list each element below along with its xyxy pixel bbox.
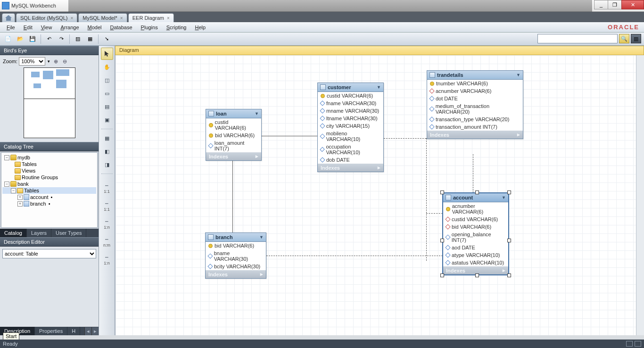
column-row[interactable]: bid VARCHAR(6)	[206, 132, 261, 139]
tab-history[interactable]: H	[67, 327, 80, 335]
menu-scripting[interactable]: Scripting	[163, 24, 190, 31]
column-row[interactable]: custid VARCHAR(6)	[443, 215, 508, 223]
search-options-button[interactable]: ▥	[631, 34, 641, 43]
tab-home[interactable]	[2, 13, 15, 22]
rel-branch-account[interactable]	[266, 256, 443, 256]
view-tool[interactable]: ◧	[101, 145, 113, 157]
tree-node-bank[interactable]: −bank	[2, 181, 96, 187]
er-table-customer[interactable]: customer▼ custid VARCHAR(6) fname VARCHA…	[317, 83, 384, 172]
menu-help[interactable]: Help	[191, 24, 210, 31]
close-button[interactable]: ✕	[621, 0, 644, 9]
column-row[interactable]: acnumber VARCHAR(6)	[443, 202, 508, 215]
menu-database[interactable]: Database	[106, 24, 136, 31]
chevron-down-icon[interactable]: ▼	[516, 73, 520, 77]
tab-properties[interactable]: Properties	[35, 327, 67, 335]
routine-tool[interactable]: ◨	[101, 158, 113, 171]
column-row[interactable]: aod DATE	[443, 244, 508, 251]
rel-customer-account-v[interactable]	[426, 138, 427, 261]
zoom-select[interactable]: 100%	[19, 57, 45, 66]
rel-customer-link[interactable]	[384, 138, 426, 139]
relation-1-n-tool[interactable]: ⎯	[101, 213, 113, 225]
tab-eer-diagram[interactable]: EER Diagram×	[128, 13, 174, 22]
tab-catalog[interactable]: Catalog	[0, 229, 27, 237]
column-row[interactable]: occupation VARCHAR(10)	[318, 143, 383, 156]
description-select[interactable]: account: Table	[2, 249, 96, 258]
pointer-tool[interactable]	[101, 48, 113, 60]
nav-right-icon[interactable]: ▸	[91, 327, 99, 335]
er-table-loan[interactable]: loan▼ custid VARCHAR(6) bid VARCHAR(6) l…	[206, 109, 262, 161]
nav-left-icon[interactable]: ◂	[84, 327, 91, 335]
column-row[interactable]: bcity VARCHAR(30)	[206, 263, 266, 270]
zoom-in-icon[interactable]: ⊕	[52, 58, 59, 65]
column-row[interactable]: atype VARCHAR(10)	[443, 251, 508, 259]
tree-node-bank-tables[interactable]: −Tables	[2, 187, 96, 194]
er-table-account[interactable]: account▼ acnumber VARCHAR(6) custid VARC…	[443, 193, 509, 275]
zoom-out-icon[interactable]: ⊖	[61, 58, 68, 65]
validate-button[interactable]: ▨	[73, 34, 83, 44]
indexes-section[interactable]: Indexes▸	[206, 270, 266, 278]
column-row[interactable]: city VARCHAR(15)	[318, 122, 383, 130]
column-row[interactable]: custid VARCHAR(6)	[206, 118, 261, 132]
menu-model[interactable]: Model	[84, 24, 106, 31]
redo-button[interactable]: ↷	[56, 34, 66, 44]
column-row[interactable]: dob DATE	[318, 156, 383, 164]
minimize-button[interactable]: _	[594, 0, 608, 9]
eraser-tool[interactable]: ◫	[101, 74, 113, 86]
search-input[interactable]	[537, 34, 618, 43]
catalog-tree[interactable]: −mydb Tables Views Routine Groups −bank …	[1, 152, 98, 228]
close-icon[interactable]: ×	[70, 16, 73, 21]
new-file-button[interactable]: 📄	[3, 34, 13, 44]
menu-plugins[interactable]: Plugins	[137, 24, 162, 31]
rel-loan-branch[interactable]	[232, 154, 233, 232]
tree-node-branch[interactable]: +branch•	[2, 200, 96, 207]
relation-1-n-nonid-tool[interactable]: ⎯	[101, 249, 113, 261]
relation-1-1-nonid-tool[interactable]: ⎯	[101, 177, 113, 189]
column-row[interactable]: bname VARCHAR(30)	[206, 249, 266, 263]
chevron-down-icon[interactable]: ▼	[502, 195, 506, 200]
grid-button[interactable]: ▦	[85, 34, 95, 44]
menu-view[interactable]: View	[37, 24, 56, 31]
hand-tool[interactable]: ✋	[101, 61, 113, 73]
status-icon[interactable]	[635, 341, 641, 347]
rel-customer-account[interactable]	[426, 213, 443, 214]
diagram-canvas[interactable]: loan▼ custid VARCHAR(6) bid VARCHAR(6) l…	[115, 55, 644, 335]
indexes-section[interactable]: Indexes▸	[427, 131, 523, 139]
column-row[interactable]: dot DATE	[427, 95, 523, 102]
column-row[interactable]: tnumber VARCHAR(6)	[427, 80, 523, 87]
column-row[interactable]: custid VARCHAR(6)	[318, 92, 383, 99]
column-row[interactable]: fname VARCHAR(30)	[318, 99, 383, 107]
indexes-section[interactable]: Indexes▸	[318, 164, 383, 172]
er-table-trandetails[interactable]: trandetails▼ tnumber VARCHAR(6) acnumber…	[427, 70, 523, 139]
tree-node-tables[interactable]: Tables	[2, 161, 96, 167]
chevron-down-icon[interactable]: ▼	[259, 235, 264, 240]
column-row[interactable]: loan_amount INT(7)	[206, 139, 261, 152]
er-table-branch[interactable]: branch▼ bid VARCHAR(6) bname VARCHAR(30)…	[205, 232, 266, 279]
menu-edit[interactable]: Edit	[20, 24, 36, 31]
save-button[interactable]: 💾	[27, 34, 38, 44]
close-icon[interactable]: ×	[167, 16, 170, 21]
column-row[interactable]: transaction_amount INT(7)	[427, 123, 523, 131]
layer-tool[interactable]: ▭	[101, 87, 113, 99]
undo-button[interactable]: ↶	[44, 34, 54, 44]
vertical-scrollbar[interactable]	[636, 55, 644, 335]
relation-n-m-tool[interactable]: ⎯	[101, 231, 113, 243]
chevron-down-icon[interactable]: ▼	[377, 85, 381, 90]
open-file-button[interactable]: 📂	[15, 34, 25, 44]
tab-sql-editor[interactable]: SQL Editor (MySQL)×	[16, 13, 77, 22]
close-icon[interactable]: ×	[120, 16, 123, 21]
column-row[interactable]: bid VARCHAR(6)	[206, 242, 266, 249]
rel-loan-customer[interactable]	[262, 136, 317, 136]
column-row[interactable]: opening_balance INT(7)	[443, 231, 508, 244]
tab-layers[interactable]: Layers	[27, 229, 51, 237]
relation-1-1-id-tool[interactable]: ⎯	[101, 195, 113, 207]
column-row[interactable]: bid VARCHAR(6)	[443, 223, 508, 231]
export-button[interactable]: ➘	[101, 34, 112, 44]
column-row[interactable]: medium_of_transaction VARCHAR(20)	[427, 102, 523, 116]
column-row[interactable]: mname VARCHAR(30)	[318, 107, 383, 115]
tree-node-mydb[interactable]: −mydb	[2, 154, 96, 161]
tree-node-account[interactable]: +account•	[2, 194, 96, 200]
menu-arrange[interactable]: Arrange	[57, 24, 83, 31]
column-row[interactable]: ltname VARCHAR(30)	[318, 115, 383, 122]
column-row[interactable]: astatus VARCHAR(10)	[443, 259, 508, 266]
search-button[interactable]: 🔍	[619, 34, 629, 43]
